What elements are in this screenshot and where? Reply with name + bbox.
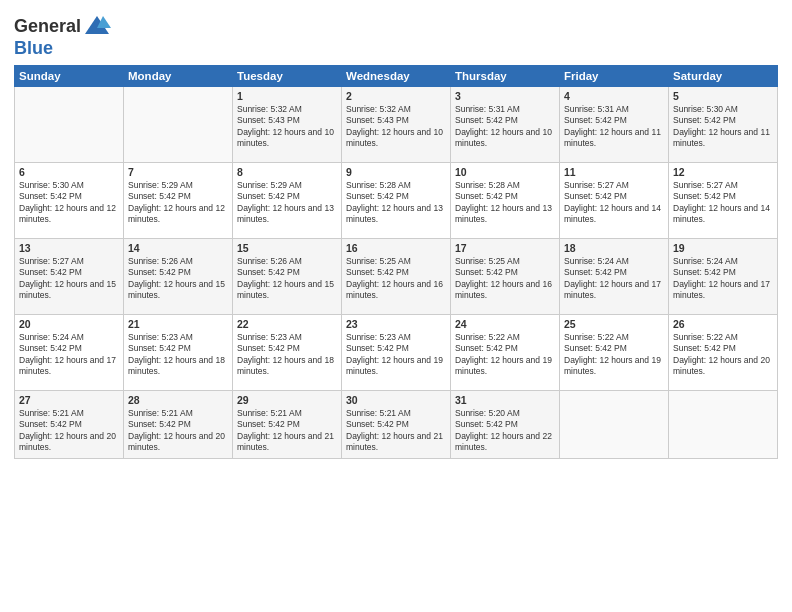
day-number: 20 xyxy=(19,318,119,330)
calendar-cell: 25Sunrise: 5:22 AM Sunset: 5:42 PM Dayli… xyxy=(560,315,669,391)
day-number: 27 xyxy=(19,394,119,406)
calendar-cell xyxy=(560,391,669,459)
calendar-cell: 22Sunrise: 5:23 AM Sunset: 5:42 PM Dayli… xyxy=(233,315,342,391)
day-number: 16 xyxy=(346,242,446,254)
day-info: Sunrise: 5:22 AM Sunset: 5:42 PM Dayligh… xyxy=(455,332,555,378)
day-number: 4 xyxy=(564,90,664,102)
day-number: 10 xyxy=(455,166,555,178)
calendar-header-saturday: Saturday xyxy=(669,66,778,87)
day-number: 30 xyxy=(346,394,446,406)
calendar-cell: 9Sunrise: 5:28 AM Sunset: 5:42 PM Daylig… xyxy=(342,163,451,239)
day-number: 28 xyxy=(128,394,228,406)
day-number: 8 xyxy=(237,166,337,178)
day-number: 11 xyxy=(564,166,664,178)
calendar-cell xyxy=(15,87,124,163)
header: General Blue xyxy=(14,10,778,59)
day-number: 2 xyxy=(346,90,446,102)
day-number: 22 xyxy=(237,318,337,330)
day-number: 6 xyxy=(19,166,119,178)
logo-blue: Blue xyxy=(14,38,53,59)
day-number: 15 xyxy=(237,242,337,254)
day-info: Sunrise: 5:30 AM Sunset: 5:42 PM Dayligh… xyxy=(673,104,773,150)
calendar-cell xyxy=(669,391,778,459)
day-number: 31 xyxy=(455,394,555,406)
day-number: 26 xyxy=(673,318,773,330)
calendar-cell: 12Sunrise: 5:27 AM Sunset: 5:42 PM Dayli… xyxy=(669,163,778,239)
day-info: Sunrise: 5:31 AM Sunset: 5:42 PM Dayligh… xyxy=(455,104,555,150)
calendar-cell: 17Sunrise: 5:25 AM Sunset: 5:42 PM Dayli… xyxy=(451,239,560,315)
day-number: 3 xyxy=(455,90,555,102)
calendar-header-friday: Friday xyxy=(560,66,669,87)
day-number: 12 xyxy=(673,166,773,178)
calendar-cell: 6Sunrise: 5:30 AM Sunset: 5:42 PM Daylig… xyxy=(15,163,124,239)
calendar-cell: 2Sunrise: 5:32 AM Sunset: 5:43 PM Daylig… xyxy=(342,87,451,163)
calendar-cell: 19Sunrise: 5:24 AM Sunset: 5:42 PM Dayli… xyxy=(669,239,778,315)
calendar-cell: 5Sunrise: 5:30 AM Sunset: 5:42 PM Daylig… xyxy=(669,87,778,163)
day-number: 24 xyxy=(455,318,555,330)
day-info: Sunrise: 5:21 AM Sunset: 5:42 PM Dayligh… xyxy=(128,408,228,454)
day-info: Sunrise: 5:24 AM Sunset: 5:42 PM Dayligh… xyxy=(564,256,664,302)
day-info: Sunrise: 5:32 AM Sunset: 5:43 PM Dayligh… xyxy=(346,104,446,150)
calendar-cell: 29Sunrise: 5:21 AM Sunset: 5:42 PM Dayli… xyxy=(233,391,342,459)
calendar-week-row: 20Sunrise: 5:24 AM Sunset: 5:42 PM Dayli… xyxy=(15,315,778,391)
calendar-header-wednesday: Wednesday xyxy=(342,66,451,87)
calendar-cell: 18Sunrise: 5:24 AM Sunset: 5:42 PM Dayli… xyxy=(560,239,669,315)
day-info: Sunrise: 5:21 AM Sunset: 5:42 PM Dayligh… xyxy=(19,408,119,454)
day-number: 25 xyxy=(564,318,664,330)
day-number: 7 xyxy=(128,166,228,178)
calendar-cell: 11Sunrise: 5:27 AM Sunset: 5:42 PM Dayli… xyxy=(560,163,669,239)
calendar-week-row: 6Sunrise: 5:30 AM Sunset: 5:42 PM Daylig… xyxy=(15,163,778,239)
day-info: Sunrise: 5:23 AM Sunset: 5:42 PM Dayligh… xyxy=(346,332,446,378)
day-number: 29 xyxy=(237,394,337,406)
day-number: 9 xyxy=(346,166,446,178)
calendar-cell: 24Sunrise: 5:22 AM Sunset: 5:42 PM Dayli… xyxy=(451,315,560,391)
calendar-cell: 26Sunrise: 5:22 AM Sunset: 5:42 PM Dayli… xyxy=(669,315,778,391)
day-info: Sunrise: 5:30 AM Sunset: 5:42 PM Dayligh… xyxy=(19,180,119,226)
calendar-cell: 13Sunrise: 5:27 AM Sunset: 5:42 PM Dayli… xyxy=(15,239,124,315)
day-info: Sunrise: 5:27 AM Sunset: 5:42 PM Dayligh… xyxy=(673,180,773,226)
calendar-week-row: 13Sunrise: 5:27 AM Sunset: 5:42 PM Dayli… xyxy=(15,239,778,315)
calendar-cell: 27Sunrise: 5:21 AM Sunset: 5:42 PM Dayli… xyxy=(15,391,124,459)
calendar-cell: 7Sunrise: 5:29 AM Sunset: 5:42 PM Daylig… xyxy=(124,163,233,239)
calendar-cell xyxy=(124,87,233,163)
calendar-cell: 23Sunrise: 5:23 AM Sunset: 5:42 PM Dayli… xyxy=(342,315,451,391)
calendar-week-row: 1Sunrise: 5:32 AM Sunset: 5:43 PM Daylig… xyxy=(15,87,778,163)
day-number: 14 xyxy=(128,242,228,254)
day-info: Sunrise: 5:32 AM Sunset: 5:43 PM Dayligh… xyxy=(237,104,337,150)
day-info: Sunrise: 5:24 AM Sunset: 5:42 PM Dayligh… xyxy=(19,332,119,378)
day-info: Sunrise: 5:23 AM Sunset: 5:42 PM Dayligh… xyxy=(237,332,337,378)
day-info: Sunrise: 5:21 AM Sunset: 5:42 PM Dayligh… xyxy=(237,408,337,454)
day-number: 17 xyxy=(455,242,555,254)
day-info: Sunrise: 5:25 AM Sunset: 5:42 PM Dayligh… xyxy=(346,256,446,302)
day-info: Sunrise: 5:28 AM Sunset: 5:42 PM Dayligh… xyxy=(346,180,446,226)
page: General Blue SundayMondayTuesdayWednesda… xyxy=(0,0,792,612)
calendar-cell: 20Sunrise: 5:24 AM Sunset: 5:42 PM Dayli… xyxy=(15,315,124,391)
day-number: 5 xyxy=(673,90,773,102)
calendar-header-monday: Monday xyxy=(124,66,233,87)
calendar-cell: 28Sunrise: 5:21 AM Sunset: 5:42 PM Dayli… xyxy=(124,391,233,459)
day-info: Sunrise: 5:28 AM Sunset: 5:42 PM Dayligh… xyxy=(455,180,555,226)
calendar-cell: 21Sunrise: 5:23 AM Sunset: 5:42 PM Dayli… xyxy=(124,315,233,391)
calendar: SundayMondayTuesdayWednesdayThursdayFrid… xyxy=(14,65,778,459)
day-info: Sunrise: 5:22 AM Sunset: 5:42 PM Dayligh… xyxy=(673,332,773,378)
calendar-week-row: 27Sunrise: 5:21 AM Sunset: 5:42 PM Dayli… xyxy=(15,391,778,459)
calendar-header-thursday: Thursday xyxy=(451,66,560,87)
calendar-cell: 3Sunrise: 5:31 AM Sunset: 5:42 PM Daylig… xyxy=(451,87,560,163)
calendar-header-sunday: Sunday xyxy=(15,66,124,87)
day-info: Sunrise: 5:27 AM Sunset: 5:42 PM Dayligh… xyxy=(564,180,664,226)
day-number: 13 xyxy=(19,242,119,254)
day-info: Sunrise: 5:23 AM Sunset: 5:42 PM Dayligh… xyxy=(128,332,228,378)
day-number: 18 xyxy=(564,242,664,254)
day-info: Sunrise: 5:26 AM Sunset: 5:42 PM Dayligh… xyxy=(237,256,337,302)
day-info: Sunrise: 5:25 AM Sunset: 5:42 PM Dayligh… xyxy=(455,256,555,302)
calendar-cell: 16Sunrise: 5:25 AM Sunset: 5:42 PM Dayli… xyxy=(342,239,451,315)
day-info: Sunrise: 5:20 AM Sunset: 5:42 PM Dayligh… xyxy=(455,408,555,454)
logo: General Blue xyxy=(14,14,111,59)
calendar-cell: 1Sunrise: 5:32 AM Sunset: 5:43 PM Daylig… xyxy=(233,87,342,163)
day-info: Sunrise: 5:29 AM Sunset: 5:42 PM Dayligh… xyxy=(237,180,337,226)
day-info: Sunrise: 5:27 AM Sunset: 5:42 PM Dayligh… xyxy=(19,256,119,302)
day-number: 19 xyxy=(673,242,773,254)
calendar-cell: 4Sunrise: 5:31 AM Sunset: 5:42 PM Daylig… xyxy=(560,87,669,163)
day-info: Sunrise: 5:26 AM Sunset: 5:42 PM Dayligh… xyxy=(128,256,228,302)
calendar-cell: 15Sunrise: 5:26 AM Sunset: 5:42 PM Dayli… xyxy=(233,239,342,315)
